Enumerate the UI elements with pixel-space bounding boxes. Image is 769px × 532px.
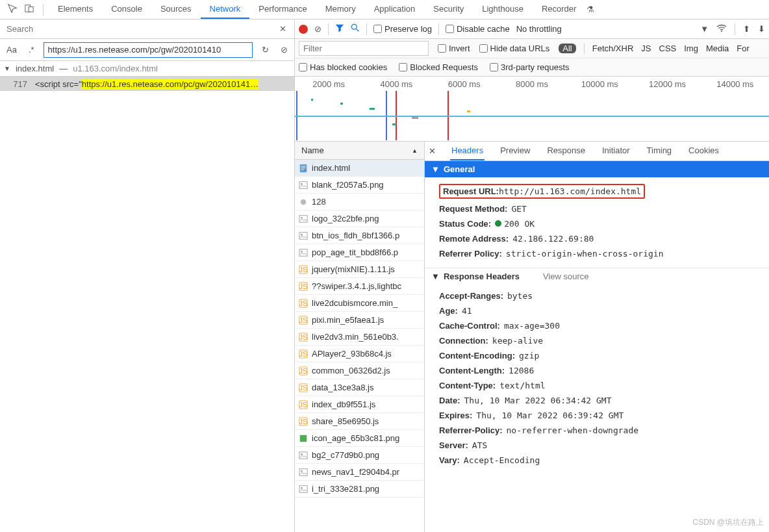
device-toggle-icon[interactable] [21, 1, 38, 18]
detail-tab-response[interactable]: Response [546, 142, 586, 160]
header-key: Age: [439, 306, 458, 316]
filter-type-js[interactable]: JS [641, 44, 651, 53]
request-row[interactable]: logo_32c2bfe.png [295, 210, 424, 227]
filter-type-fetch/xhr[interactable]: Fetch/XHR [592, 44, 634, 53]
svg-point-17 [301, 250, 303, 252]
filter-type-for[interactable]: For [737, 44, 750, 53]
header-row: Content-Type: text/html [439, 378, 769, 393]
svg-rect-6 [301, 166, 306, 166]
invert-checkbox[interactable]: Invert [438, 44, 470, 53]
filter-bar: Invert Hide data URLs AllFetch/XHRJSCSSI… [295, 39, 769, 58]
svg-text:JS: JS [299, 333, 308, 340]
svg-point-42 [301, 470, 303, 472]
tab-lighthouse[interactable]: Lighthouse [473, 0, 533, 19]
refresh-icon[interactable]: ↻ [259, 44, 271, 56]
throttling-dropdown-icon[interactable]: ▼ [700, 24, 709, 34]
record-button[interactable] [299, 25, 308, 34]
header-row: Status Code: 200 OK [439, 216, 769, 231]
request-name: i_tri_333e281.png [312, 484, 379, 494]
filter-type-img[interactable]: Img [684, 44, 698, 53]
svg-rect-8 [301, 169, 304, 170]
search-query-input[interactable] [44, 42, 253, 58]
header-key: Vary: [439, 455, 460, 465]
wifi-icon[interactable] [716, 24, 727, 34]
tab-elements[interactable]: Elements [49, 0, 102, 19]
tab-memory[interactable]: Memory [316, 0, 365, 19]
request-row[interactable]: JSpixi.min_e5faea1.js [295, 312, 424, 329]
filter-type-media[interactable]: Media [706, 44, 729, 53]
preserve-log-checkbox[interactable]: Preserve log [373, 24, 432, 34]
header-value: Accept-Encoding [464, 455, 540, 465]
view-source-link[interactable]: View source [543, 272, 589, 281]
request-row[interactable]: index.html [295, 160, 424, 177]
search-icon[interactable] [351, 23, 360, 34]
header-row: Request Method: GET [439, 201, 769, 216]
upload-icon[interactable]: ⬆ [743, 24, 750, 34]
tick: 6000 ms [431, 79, 498, 89]
tab-sources[interactable]: Sources [151, 0, 201, 19]
download-icon[interactable]: ⬇ [758, 24, 765, 34]
detail-tab-preview[interactable]: Preview [499, 142, 531, 160]
tab-console[interactable]: Console [102, 0, 151, 19]
tab-application[interactable]: Application [365, 0, 425, 19]
request-row[interactable]: JS??swiper.3.4.1.js,lightbc [295, 278, 424, 295]
close-icon[interactable]: ✕ [275, 24, 290, 34]
clear-icon[interactable]: ⊘ [314, 24, 321, 34]
request-row[interactable]: JScommon_06326d2.js [295, 362, 424, 379]
request-row[interactable]: JSAPlayer2_93b68c4.js [295, 346, 424, 362]
disable-cache-checkbox[interactable]: Disable cache [446, 24, 510, 34]
request-row[interactable]: JSlive2dcubismcore.min_ [295, 295, 424, 312]
section-general[interactable]: ▼General [425, 161, 769, 177]
request-row[interactable]: JSjquery(mixNIE).1.11.js [295, 261, 424, 278]
blocked-cookies-checkbox[interactable]: Has blocked cookies [299, 62, 387, 72]
svg-text:JS: JS [299, 417, 308, 425]
regex-toggle[interactable]: .* [26, 44, 37, 56]
request-row[interactable]: btn_ios_fldh_8bf1366.p [295, 227, 424, 244]
search-input[interactable] [4, 21, 275, 36]
header-row: Content-Length: 12086 [439, 363, 769, 378]
filter-type-css[interactable]: CSS [659, 44, 677, 53]
close-detail-icon[interactable]: ✕ [429, 146, 436, 156]
section-response-headers[interactable]: ▼Response HeadersView source [425, 268, 769, 285]
request-row[interactable]: i_tri_333e281.png [295, 481, 424, 498]
detail-tab-initiator[interactable]: Initiator [601, 142, 631, 160]
inspect-icon[interactable] [4, 1, 21, 18]
header-key: Content-Length: [439, 366, 505, 375]
request-row[interactable]: blank_f2057a5.png [295, 177, 424, 194]
svg-point-44 [301, 487, 303, 488]
overview-timeline[interactable]: 2000 ms4000 ms6000 ms8000 ms10000 ms1200… [295, 77, 769, 142]
clear-icon[interactable]: ⊘ [278, 44, 290, 56]
request-row[interactable]: bg2_c77d9b0.png [295, 447, 424, 464]
detail-tab-headers[interactable]: Headers [450, 142, 485, 160]
detail-tab-timing[interactable]: Timing [646, 142, 674, 160]
line-number: 717 [4, 79, 27, 89]
tab-network[interactable]: Network [201, 0, 250, 19]
request-row[interactable]: JSshare_85e6950.js [295, 413, 424, 430]
detail-tab-cookies[interactable]: Cookies [687, 142, 720, 160]
search-result-file[interactable]: ▼ index.html — u1.163.com/index.html [0, 61, 294, 77]
tab-performance[interactable]: Performance [249, 0, 316, 19]
throttling-select[interactable]: No throttling [516, 24, 562, 34]
request-name: bg2_c77d9b0.png [312, 450, 379, 460]
tab-recorder[interactable]: Recorder [533, 0, 585, 19]
request-row[interactable]: JSdata_13ce3a8.js [295, 379, 424, 396]
header-key: Expires: [439, 411, 472, 420]
request-row[interactable]: JSindex_db9f551.js [295, 396, 424, 413]
third-party-checkbox[interactable]: 3rd-party requests [490, 62, 570, 72]
svg-text:JS: JS [299, 349, 308, 357]
filter-type-all[interactable]: All [559, 44, 575, 53]
tab-security[interactable]: Security [424, 0, 473, 19]
request-row[interactable]: news_nav1_f2904b4.pr [295, 464, 424, 481]
request-name: jquery(mixNIE).1.11.js [312, 264, 395, 274]
column-header-name[interactable]: Name▲ [295, 142, 424, 160]
request-row[interactable]: pop_age_tit_bbd8f66.p [295, 244, 424, 261]
filter-icon[interactable] [335, 23, 344, 34]
match-case-toggle[interactable]: Aa [4, 44, 19, 56]
request-row[interactable]: icon_age_65b3c81.png [295, 430, 424, 447]
blocked-requests-checkbox[interactable]: Blocked Requests [399, 62, 478, 72]
request-row[interactable]: JSlive2dv3.min_561e0b3. [295, 329, 424, 346]
request-row[interactable]: 128 [295, 194, 424, 210]
hide-data-urls-checkbox[interactable]: Hide data URLs [479, 44, 550, 53]
search-result-line[interactable]: 717 <script src="https://u1.res.netease.… [0, 77, 294, 91]
filter-input[interactable] [299, 41, 429, 56]
